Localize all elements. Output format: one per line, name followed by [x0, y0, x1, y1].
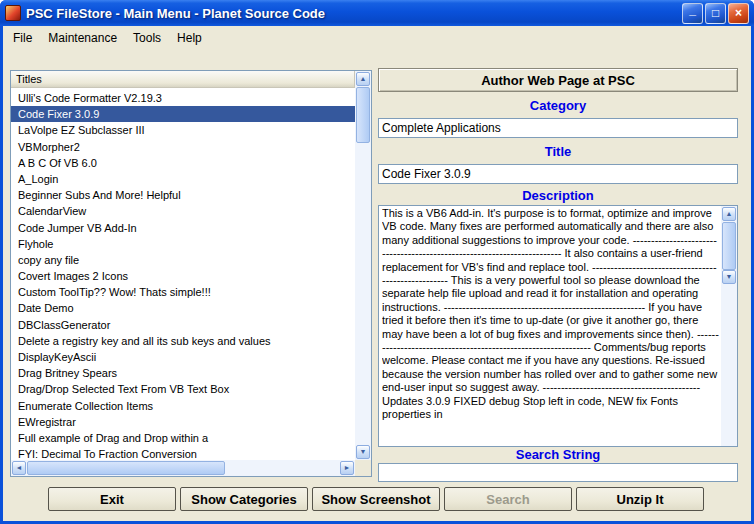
maximize-icon[interactable]: □ — [705, 3, 726, 24]
menu-maintenance[interactable]: Maintenance — [40, 28, 125, 48]
list-item[interactable]: Full example of Drag and Drop within a — [11, 430, 355, 446]
author-web-page-button[interactable]: Author Web Page at PSC — [378, 68, 738, 92]
titlebar[interactable]: PSC FileStore - Main Menu - Planet Sourc… — [0, 0, 754, 26]
client-area: File Maintenance Tools Help Titles Ulli'… — [3, 26, 751, 521]
titles-listview: Titles Ulli's Code Formatter V2.19.3 Cod… — [10, 70, 372, 477]
category-label: Category — [378, 98, 738, 113]
list-item[interactable]: DBClassGenerator — [11, 317, 355, 333]
horizontal-scroll-thumb[interactable] — [27, 461, 225, 475]
list-vertical-scrollbar[interactable]: ▲ ▼ — [355, 71, 371, 460]
app-icon[interactable] — [5, 5, 21, 21]
exit-button[interactable]: Exit — [48, 487, 176, 511]
list-column-header[interactable]: Titles — [11, 71, 355, 88]
list-item[interactable]: Enumerate Collection Items — [11, 398, 355, 414]
show-screenshot-button[interactable]: Show Screenshot — [312, 487, 440, 511]
window-title: PSC FileStore - Main Menu - Planet Sourc… — [26, 6, 677, 21]
bottom-button-row: Exit Show Categories Show Screenshot Sea… — [48, 487, 704, 511]
list-item[interactable]: Ulli's Code Formatter V2.19.3 — [11, 90, 355, 106]
app-window: PSC FileStore - Main Menu - Planet Sourc… — [0, 0, 754, 524]
list-item[interactable]: FYI: Decimal To Fraction Conversion — [11, 446, 355, 460]
list-item[interactable]: Delete a registry key and all its sub ke… — [11, 333, 355, 349]
title-label: Title — [378, 144, 738, 159]
category-field[interactable]: Complete Applications — [378, 118, 738, 138]
list-item[interactable]: CalendarView — [11, 203, 355, 219]
scroll-down-icon[interactable]: ▼ — [722, 270, 736, 284]
list-item[interactable]: Beginner Subs And More! Helpful — [11, 187, 355, 203]
scroll-down-icon[interactable]: ▼ — [356, 445, 370, 459]
list-item[interactable]: A_Login — [11, 171, 355, 187]
list-item[interactable]: Custom ToolTip?? Wow! Thats simple!!! — [11, 284, 355, 300]
list-item[interactable]: copy any file — [11, 252, 355, 268]
vertical-scroll-thumb[interactable] — [356, 87, 370, 143]
description-label: Description — [378, 188, 738, 203]
list-item[interactable]: Code Jumper VB Add-In — [11, 220, 355, 236]
list-item[interactable]: Covert Images 2 Icons — [11, 268, 355, 284]
menu-file[interactable]: File — [5, 28, 40, 48]
search-button: Search — [444, 487, 572, 511]
list-item[interactable]: DisplayKeyAscii — [11, 349, 355, 365]
show-categories-button[interactable]: Show Categories — [180, 487, 308, 511]
description-text: This is a VB6 Add-in. It's purpose is to… — [382, 207, 719, 445]
search-string-label: Search String — [378, 447, 738, 462]
description-textbox[interactable]: This is a VB6 Add-in. It's purpose is to… — [378, 205, 738, 447]
unzip-it-button[interactable]: Unzip It — [576, 487, 704, 511]
list-item[interactable]: Drag/Drop Selected Text From VB Text Box — [11, 381, 355, 397]
scrollbar-corner — [355, 460, 371, 476]
minimize-icon[interactable]: _ — [682, 3, 703, 24]
description-scrollbar[interactable]: ▲ ▼ — [721, 206, 737, 446]
list-item[interactable]: EWregistrar — [11, 414, 355, 430]
list-item[interactable]: LaVolpe EZ Subclasser III — [11, 122, 355, 138]
title-field[interactable]: Code Fixer 3.0.9 — [378, 164, 738, 184]
list-item-selected[interactable]: Code Fixer 3.0.9 — [11, 106, 355, 122]
list-item[interactable]: A B C Of VB 6.0 — [11, 155, 355, 171]
titles-list-items: Ulli's Code Formatter V2.19.3 Code Fixer… — [11, 88, 355, 460]
list-item[interactable]: Drag Britney Spears — [11, 365, 355, 381]
scroll-up-icon[interactable]: ▲ — [722, 207, 736, 221]
scroll-right-icon[interactable]: ► — [340, 461, 354, 475]
list-item[interactable]: Date Demo — [11, 300, 355, 316]
list-horizontal-scrollbar[interactable]: ◄ ► — [11, 460, 355, 476]
list-item[interactable]: Flyhole — [11, 236, 355, 252]
close-icon[interactable]: × — [728, 3, 749, 24]
window-controls: _ □ × — [682, 3, 749, 24]
list-item[interactable]: VBMorpher2 — [11, 139, 355, 155]
scroll-left-icon[interactable]: ◄ — [12, 461, 26, 475]
details-panel: Author Web Page at PSC Category Complete… — [378, 26, 738, 521]
scroll-up-icon[interactable]: ▲ — [356, 72, 370, 86]
search-string-input[interactable] — [378, 463, 738, 482]
description-scroll-thumb[interactable] — [722, 222, 736, 270]
menu-help[interactable]: Help — [169, 28, 210, 48]
menu-tools[interactable]: Tools — [125, 28, 169, 48]
